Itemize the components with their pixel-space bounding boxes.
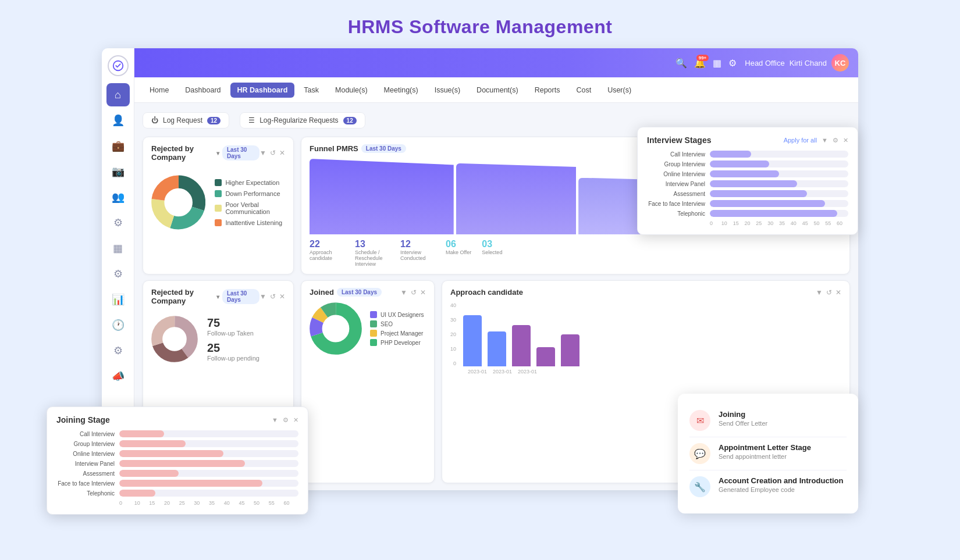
settings-icon2[interactable]: ⚙: [833, 137, 838, 144]
nav-documents[interactable]: Document(s): [470, 83, 525, 98]
funnel-bar-1: [310, 159, 454, 234]
app-logo[interactable]: [108, 55, 129, 76]
apply-for-all-btn[interactable]: Apply for all: [784, 137, 817, 144]
interview-stages-header: Interview Stages Apply for all ▼ ⚙ ✕: [647, 135, 848, 145]
sidebar-item-megaphone[interactable]: 📣: [106, 365, 130, 388]
pie-chart-area: Higher Expectation Down Performance Poor…: [151, 167, 285, 237]
legend-dot: [215, 179, 222, 186]
legend-poor-verbal: Poor Verbal Communication: [215, 201, 285, 215]
filter-icon[interactable]: ▼: [259, 293, 266, 301]
bar-2: [488, 331, 506, 367]
nav-home[interactable]: Home: [143, 83, 176, 98]
refresh-icon[interactable]: ↺: [411, 288, 417, 297]
log-request-badge: 12: [207, 117, 221, 124]
list-icon: ☰: [248, 116, 255, 124]
sidebar-item-home[interactable]: ⌂: [106, 83, 130, 106]
close-icon3[interactable]: ✕: [293, 416, 298, 424]
joined-chart-header: Joined Last 30 Days ▼ ↺ ✕: [310, 288, 426, 297]
interview-stages-title: Interview Stages: [647, 135, 712, 145]
close-icon[interactable]: ✕: [835, 288, 841, 297]
sidebar-item-grid[interactable]: ▦: [106, 237, 130, 260]
join-bar-face: Face to face Interview: [56, 480, 298, 487]
stage-appointment: 💬 Appointment Letter Stage Send appointm…: [689, 437, 847, 470]
approach-chart-actions: ▼ ↺ ✕: [816, 288, 841, 297]
funnel-stat-3: 12 Interview Conducted: [400, 239, 435, 267]
close-icon[interactable]: ✕: [279, 293, 285, 301]
topbar-gear-icon[interactable]: ⚙: [728, 58, 737, 69]
joining-axis: 0 10 15 20 25 30 35 40 45 50 55 60: [119, 500, 298, 506]
chevron-down-icon[interactable]: ▾: [216, 150, 219, 156]
person-icon: 👤: [112, 114, 125, 127]
funnel-chart-title: Funnel PMRS Last 30 Days: [310, 144, 406, 153]
join-bar-telephonic: Telephonic: [56, 490, 298, 497]
filter-icon3[interactable]: ▼: [272, 416, 278, 424]
megaphone-icon: 📣: [112, 370, 125, 383]
nav-meetings[interactable]: Meeting(s): [377, 83, 425, 98]
close-icon2[interactable]: ✕: [843, 137, 848, 144]
join-bar-panel: Interview Panel: [56, 460, 298, 467]
stage-appointment-info: Appointment Letter Stage Send appointmen…: [719, 443, 811, 460]
filter-icon[interactable]: ▼: [822, 137, 828, 144]
nav-cost[interactable]: Cost: [569, 83, 598, 98]
refresh-icon[interactable]: ↺: [270, 293, 276, 301]
bar-assessment: Assessment: [647, 190, 848, 197]
nav-users[interactable]: User(s): [600, 83, 638, 98]
apps-grid-icon[interactable]: ▦: [713, 58, 721, 69]
nav-task[interactable]: Task: [297, 83, 326, 98]
nav-issues[interactable]: Issue(s): [428, 83, 467, 98]
svg-point-11: [316, 309, 355, 348]
nav-modules[interactable]: Module(s): [328, 83, 375, 98]
close-icon[interactable]: ✕: [279, 149, 285, 157]
settings-icon3[interactable]: ⚙: [283, 416, 289, 424]
stage-account-info: Account Creation and Introduction Genera…: [719, 476, 844, 493]
sidebar-item-group[interactable]: 👥: [106, 186, 130, 209]
legend-dot: [215, 205, 222, 212]
topbar-user[interactable]: Head Office Kirti Chand KC: [745, 54, 849, 72]
nav-reports[interactable]: Reports: [528, 83, 567, 98]
stage-joining-info: Joining Send Offer Letter: [719, 410, 767, 427]
joining-stage-popup: Joining Stage ▼ ⚙ ✕ Call Interview Group…: [47, 406, 308, 515]
close-icon[interactable]: ✕: [420, 288, 426, 297]
bar-5: [561, 334, 579, 366]
follow-up-pending-label: Follow-up pending: [207, 355, 259, 362]
avatar: KC: [831, 54, 849, 72]
nav-dashboard[interactable]: Dashboard: [178, 83, 227, 98]
filter-icon[interactable]: ▼: [400, 288, 407, 297]
sidebar-item-clock[interactable]: 🕐: [106, 313, 130, 337]
interview-stages-bars: Call Interview Group Interview Online In…: [647, 151, 848, 217]
navbar: Home Dashboard HR Dashboard Task Module(…: [134, 77, 858, 103]
filter-icon[interactable]: ▼: [259, 149, 266, 157]
settings-icon: ⚙: [113, 267, 123, 280]
sidebar-item-gear2[interactable]: ⚙: [106, 339, 130, 362]
log-request-item[interactable]: ⏻ Log Request 12: [143, 112, 229, 129]
rejected-chart-title: Rejected by Company ▾ Last 30 Days: [151, 144, 259, 162]
sidebar-item-briefcase[interactable]: 💼: [106, 134, 130, 158]
join-bar-assessment: Assessment: [56, 470, 298, 477]
refresh-icon[interactable]: ↺: [270, 149, 276, 157]
chart-bar-icon: 📊: [112, 293, 125, 306]
stage-joining-title: Joining: [719, 410, 767, 419]
sidebar-item-gear[interactable]: ⚙: [106, 211, 130, 234]
rejected-chart-badge: Last 30 Days: [222, 145, 259, 160]
joining-stage-bars: Call Interview Group Interview Online In…: [56, 430, 298, 497]
bell-icon[interactable]: 🔔 99+: [694, 58, 706, 69]
approach-chart-header: Approach candidate ▼ ↺ ✕: [450, 288, 841, 297]
sidebar-item-chart[interactable]: 📊: [106, 288, 130, 311]
sidebar-item-settings[interactable]: ⚙: [106, 262, 130, 286]
clock-icon: 🕐: [112, 319, 125, 331]
account-icon-circle: 🔧: [689, 476, 710, 497]
rejected-chart2-badge: Last 30 Days: [222, 289, 259, 304]
follow-up-stats: 75 Follow-up Taken 25 Follow-up pending: [207, 316, 259, 362]
filter-icon[interactable]: ▼: [816, 288, 823, 297]
sidebar-item-camera[interactable]: 📷: [106, 160, 130, 183]
refresh-icon[interactable]: ↺: [826, 288, 832, 297]
nav-hr-dashboard[interactable]: HR Dashboard: [230, 83, 295, 98]
log-regularize-item[interactable]: ☰ Log-Regularize Requests 12: [240, 112, 365, 129]
y-axis: 40 30 20 10 0: [450, 302, 458, 366]
search-icon[interactable]: 🔍: [675, 58, 687, 69]
legend-inattentive: Inattentive Listening: [215, 219, 285, 226]
topbar-office: Head Office: [745, 59, 784, 67]
joined-chart-actions: ▼ ↺ ✕: [400, 288, 426, 297]
sidebar-item-person[interactable]: 👤: [106, 109, 130, 132]
chevron-down-icon2[interactable]: ▾: [216, 294, 219, 300]
